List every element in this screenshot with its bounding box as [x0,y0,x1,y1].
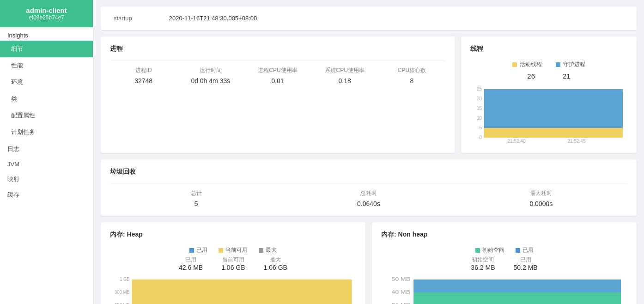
heap-title: 内存: Heap [110,231,356,239]
gc-metrics: 总计5总耗时0.0640s最大耗时0.0000s [110,189,627,207]
svg-text:25: 25 [477,86,482,91]
sidebar-item-tasks[interactable]: 计划任务 [0,124,93,140]
legend-color [219,248,223,253]
sidebar-header: admin-client ef09e25b74e7 [0,0,93,27]
sidebar: admin-client ef09e25b74e7 Insights 细节性能环… [0,0,93,304]
gc-metric: 最大耗时0.0000s [455,189,627,207]
nonheap-metric: 初始空间36.2 MB [471,256,495,271]
startup-value: 2020-11-16T21:48:30.005+08:00 [169,15,257,22]
heap-metric: 已用42.6 MB [179,256,203,271]
svg-rect-33 [413,292,621,304]
gc-title: 垃圾回收 [110,168,627,176]
heap-counts: 已用42.6 MB当前可用1.06 GB最大1.06 GB [110,256,356,271]
nonheap-chart: 50 MB 40 MB 30 MB 20 MB [381,275,627,304]
memory-row: 内存: Heap 已用当前可用最大 已用42.6 MB当前可用1.06 GB最大… [101,222,637,304]
heap-legend: 已用当前可用最大 [110,246,356,254]
sidebar-item-env[interactable]: 环境 [0,74,93,91]
thread-chart: 25 20 15 10 5 0 21:52:40 21:52:45 [470,85,627,145]
nonheap-counts: 初始空间36.2 MB已用50.2 MB [381,256,627,271]
nonheap-chart-svg: 50 MB 40 MB 30 MB 20 MB [381,275,627,304]
gc-row: 垃圾回收 总计5总耗时0.0640s最大耗时0.0000s [101,159,637,216]
process-thread-row: 进程 进程ID32748运行时间0d 0h 4m 33s进程CPU使用率0.01… [101,36,637,153]
sidebar-item-cache[interactable]: 缓存 [0,186,93,202]
main-content: startup 2020-11-16T21:48:30.005+08:00 进程… [93,0,644,304]
app-id: ef09e25b74e7 [7,14,85,21]
thread-card: 线程 活动线程守护进程 26 21 [461,36,637,153]
sidebar-item-detail[interactable]: 细节 [0,41,93,57]
legend-color [556,62,560,67]
nonheap-legend-item: 已用 [516,246,534,254]
thread-legend: 活动线程守护进程 [470,61,627,68]
thread-legend-item: 活动线程 [512,61,542,68]
sidebar-item-log[interactable]: 日志 [0,140,93,156]
process-metric: 系统CPU使用率0.18 [311,67,378,85]
sidebar-items: 细节性能环境类配置属性计划任务 [0,41,93,140]
thread-title: 线程 [470,45,627,53]
svg-text:10: 10 [477,116,482,121]
nonheap-legend: 初始空间已用 [381,246,627,254]
process-metrics: 进程ID32748运行时间0d 0h 4m 33s进程CPU使用率0.01系统C… [110,67,445,85]
heap-legend-item: 已用 [189,246,207,254]
nonheap-card: 内存: Non heap 初始空间已用 初始空间36.2 MB已用50.2 MB… [372,222,637,304]
sidebar-item-performance[interactable]: 性能 [0,57,93,74]
process-metric: 运行时间0d 0h 4m 33s [177,67,244,85]
process-title: 进程 [110,45,445,53]
heap-metric: 当前可用1.06 GB [221,256,245,271]
daemon-thread-count: 21 [563,72,571,80]
process-card: 进程 进程ID32748运行时间0d 0h 4m 33s进程CPU使用率0.01… [101,36,455,153]
startup-card: startup 2020-11-16T21:48:30.005+08:00 [101,6,637,30]
svg-text:300 MB: 300 MB [115,290,130,295]
svg-text:1 GB: 1 GB [120,277,130,282]
gc-metric: 总计5 [110,189,282,207]
heap-legend-item: 当前可用 [219,246,248,254]
app-name: admin-client [7,6,85,14]
svg-rect-13 [484,89,623,128]
sidebar-item-jvm[interactable]: JVM [0,156,93,170]
svg-text:21:52:45: 21:52:45 [568,139,586,144]
startup-label: startup [114,15,132,22]
svg-rect-34 [413,280,621,292]
legend-color [512,62,517,67]
legend-color [259,248,263,253]
svg-rect-24 [132,280,352,304]
svg-text:15: 15 [477,106,482,111]
nonheap-legend-item: 初始空间 [475,246,504,254]
legend-color [189,248,194,253]
heap-chart-svg: 1 GB 300 MB 500 MB 100 MB [110,275,356,304]
heap-chart: 1 GB 300 MB 500 MB 100 MB [110,275,356,304]
heap-card: 内存: Heap 已用当前可用最大 已用42.6 MB当前可用1.06 GB最大… [101,222,365,304]
svg-text:50 MB: 50 MB [392,277,411,282]
sidebar-item-class[interactable]: 类 [0,91,93,107]
heap-legend-item: 最大 [259,246,277,254]
gc-card: 垃圾回收 总计5总耗时0.0640s最大耗时0.0000s [101,159,637,216]
sidebar-item-config[interactable]: 配置属性 [0,107,93,124]
process-metric: CPU核心数8 [378,67,445,85]
svg-text:5: 5 [479,125,482,130]
sidebar-other-items: 日志JVM映射缓存 [0,140,93,202]
active-thread-count: 26 [527,72,535,80]
heap-metric: 最大1.06 GB [264,256,287,271]
svg-text:0: 0 [479,135,482,140]
sidebar-item-mapping[interactable]: 映射 [0,170,93,186]
process-metric: 进程CPU使用率0.01 [244,67,311,85]
legend-color [516,248,520,253]
legend-color [475,248,480,253]
thread-chart-svg: 25 20 15 10 5 0 21:52:40 21:52:45 [470,85,627,145]
svg-text:21:52:40: 21:52:40 [508,139,526,144]
insights-label: Insights [0,27,93,41]
nonheap-title: 内存: Non heap [381,231,627,239]
nonheap-metric: 已用50.2 MB [514,256,538,271]
thread-legend-item: 守护进程 [556,61,585,68]
svg-text:20: 20 [477,96,482,101]
process-metric: 进程ID32748 [110,67,177,85]
svg-text:40 MB: 40 MB [392,290,411,295]
gc-metric: 总耗时0.0640s [282,189,455,207]
thread-counts: 26 21 [470,72,627,80]
